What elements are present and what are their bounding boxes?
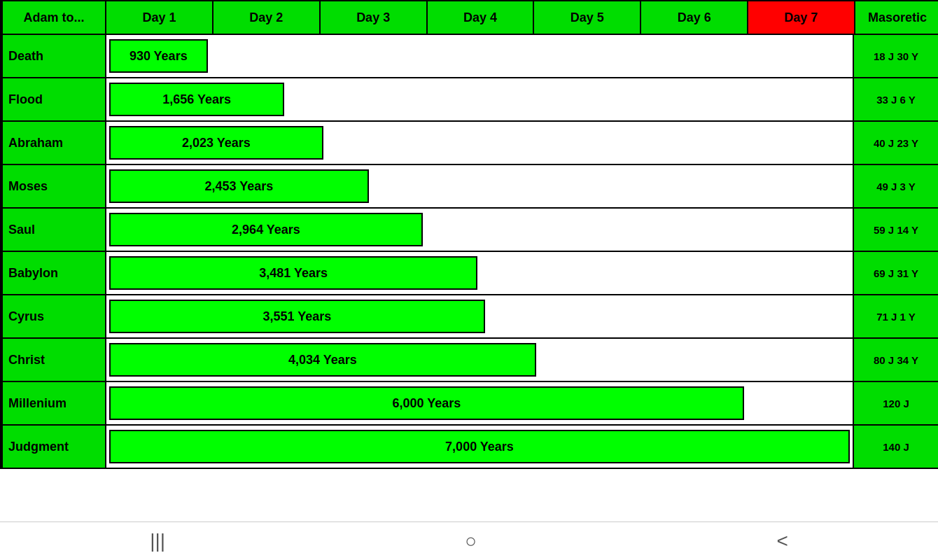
header-day1: Day 1 xyxy=(106,1,214,34)
table-row: Flood1,656 Years33 J 6 Y xyxy=(1,78,938,122)
header-day4: Day 4 xyxy=(428,1,535,34)
table-row: Babylon3,481 Years69 J 31 Y xyxy=(1,252,938,295)
masoretic-saul: 59 J 14 Y xyxy=(854,209,938,251)
header-row: Adam to... Day 1 Day 2 Day 3 Day 4 Day 5… xyxy=(1,0,938,35)
bar-saul: 2,964 Years xyxy=(109,213,423,246)
masoretic-millenium: 120 J xyxy=(854,382,938,424)
bar-death: 930 Years xyxy=(109,39,208,73)
bar-flood: 1,656 Years xyxy=(109,83,284,116)
table-row: Judgment7,000 Years140 J xyxy=(1,426,938,469)
row-label-abraham: Abraham xyxy=(3,122,106,164)
row-label-millenium: Millenium xyxy=(3,382,106,424)
bar-cyrus: 3,551 Years xyxy=(109,300,485,333)
adam-label: Adam to... xyxy=(3,1,106,34)
navigation-bar: ||| ○ < xyxy=(0,522,938,560)
row-label-judgment: Judgment xyxy=(3,426,106,468)
bar-area-abraham: 2,023 Years xyxy=(106,122,854,164)
bar-area-millenium: 6,000 Years xyxy=(106,382,854,424)
row-label-saul: Saul xyxy=(3,209,106,251)
table-row: Moses2,453 Years49 J 3 Y xyxy=(1,165,938,209)
bar-judgment: 7,000 Years xyxy=(109,430,850,463)
table-row: Death930 Years18 J 30 Y xyxy=(1,35,938,78)
masoretic-abraham: 40 J 23 Y xyxy=(854,122,938,164)
bar-area-babylon: 3,481 Years xyxy=(106,252,854,294)
header-day6: Day 6 xyxy=(641,1,748,34)
masoretic-babylon: 69 J 31 Y xyxy=(854,252,938,294)
table-row: Abraham2,023 Years40 J 23 Y xyxy=(1,122,938,165)
header-day2: Day 2 xyxy=(214,1,321,34)
row-label-christ: Christ xyxy=(3,339,106,381)
bar-area-christ: 4,034 Years xyxy=(106,339,854,381)
masoretic-death: 18 J 30 Y xyxy=(854,35,938,77)
bar-area-moses: 2,453 Years xyxy=(106,165,854,207)
bar-abraham: 2,023 Years xyxy=(109,126,323,160)
masoretic-christ: 80 J 34 Y xyxy=(854,339,938,381)
back-icon[interactable]: < xyxy=(776,530,788,552)
row-label-babylon: Babylon xyxy=(3,252,106,294)
row-label-moses: Moses xyxy=(3,165,106,207)
bar-moses: 2,453 Years xyxy=(109,169,369,203)
header-day5: Day 5 xyxy=(534,1,641,34)
bar-area-saul: 2,964 Years xyxy=(106,209,854,251)
row-label-death: Death xyxy=(3,35,106,77)
masoretic-flood: 33 J 6 Y xyxy=(854,78,938,120)
bar-millenium: 6,000 Years xyxy=(109,386,744,420)
bar-area-death: 930 Years xyxy=(106,35,854,77)
table-row: Christ4,034 Years80 J 34 Y xyxy=(1,339,938,382)
masoretic-judgment: 140 J xyxy=(854,426,938,468)
bar-area-cyrus: 3,551 Years xyxy=(106,295,854,337)
header-day3: Day 3 xyxy=(321,1,428,34)
table-row: Millenium6,000 Years120 J xyxy=(1,382,938,426)
header-day7: Day 7 xyxy=(748,1,855,34)
header-adam-text: Adam to... xyxy=(23,10,84,25)
bar-babylon: 3,481 Years xyxy=(109,256,477,290)
masoretic-moses: 49 J 3 Y xyxy=(854,165,938,207)
bar-area-flood: 1,656 Years xyxy=(106,78,854,120)
table-row: Saul2,964 Years59 J 14 Y xyxy=(1,209,938,252)
masoretic-cyrus: 71 J 1 Y xyxy=(854,295,938,337)
table-row: Cyrus3,551 Years71 J 1 Y xyxy=(1,295,938,339)
home-icon[interactable]: ○ xyxy=(465,530,477,552)
bar-area-judgment: 7,000 Years xyxy=(106,426,854,468)
row-label-cyrus: Cyrus xyxy=(3,295,106,337)
menu-icon[interactable]: ||| xyxy=(150,530,165,552)
bar-christ: 4,034 Years xyxy=(109,343,536,377)
header-masoretic: Masoretic xyxy=(855,1,938,34)
row-label-flood: Flood xyxy=(3,78,106,120)
